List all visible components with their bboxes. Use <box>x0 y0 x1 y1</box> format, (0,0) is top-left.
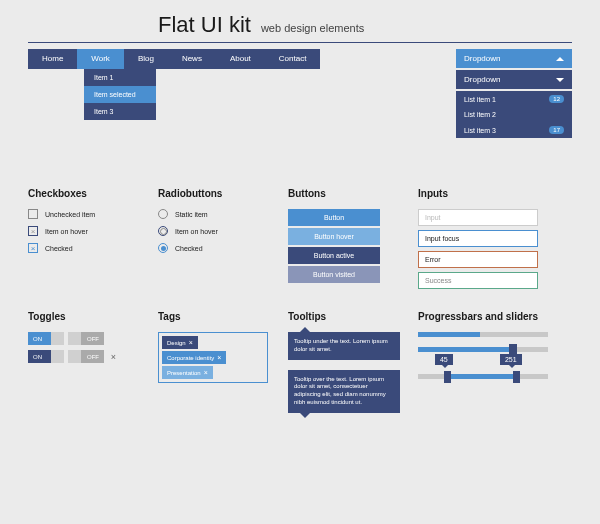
nav-home[interactable]: Home <box>28 49 77 69</box>
tooltip-under: Tooltip under the text. Lorem ipsum dolo… <box>288 332 400 360</box>
range-slider[interactable]: 45 251 <box>418 374 548 379</box>
chevron-down-icon <box>556 78 564 82</box>
list-item-label: List item 3 <box>464 127 496 134</box>
checkbox-label: Checked <box>45 245 73 252</box>
main-nav: Home Work Blog News About Contact <box>28 49 320 69</box>
nav-work[interactable]: Work <box>77 49 124 69</box>
dropdown-label: Dropdown <box>464 75 500 84</box>
page-header: Flat UI kit web design elements <box>158 12 572 38</box>
range-label-min: 45 <box>435 354 453 365</box>
section-title: Inputs <box>418 188 558 199</box>
radio-checked[interactable] <box>158 243 168 253</box>
slider[interactable] <box>418 347 548 352</box>
list-item[interactable]: List item 3 17 <box>456 122 572 138</box>
section-title: Tags <box>158 311 278 322</box>
dropdown-label: Dropdown <box>464 54 500 63</box>
input-default[interactable]: Input <box>418 209 538 226</box>
count-badge: 17 <box>549 126 564 134</box>
radio-static[interactable] <box>158 209 168 219</box>
tag-presentation[interactable]: Presentation× <box>162 366 213 379</box>
chevron-up-icon <box>556 57 564 61</box>
close-icon[interactable]: × <box>204 369 208 376</box>
checkbox-unchecked[interactable] <box>28 209 38 219</box>
toggles-section: Toggles ON OFF ON OFF <box>28 311 148 423</box>
nav-about[interactable]: About <box>216 49 265 69</box>
nav-blog[interactable]: Blog <box>124 49 168 69</box>
range-knob-max[interactable] <box>513 371 520 383</box>
page-title: Flat UI kit <box>158 12 251 38</box>
dropdown-expanded[interactable]: Dropdown <box>456 70 572 89</box>
toggle-off-close[interactable]: OFF <box>68 350 104 363</box>
page-subtitle: web design elements <box>261 22 364 34</box>
input-focus[interactable]: Input focus <box>418 230 538 247</box>
close-icon[interactable]: × <box>217 354 221 361</box>
section-title: Progressbars and sliders <box>418 311 558 322</box>
button-visited[interactable]: Button visited <box>288 266 380 283</box>
radio-label: Checked <box>175 245 203 252</box>
nav-dropdown-item[interactable]: Item 1 <box>84 69 156 86</box>
checkbox-label: Item on hover <box>45 228 88 235</box>
list-item-label: List item 1 <box>464 96 496 103</box>
count-badge: 12 <box>549 95 564 103</box>
inputs-section: Inputs Input Input focus Error Success <box>418 188 558 293</box>
progressbar <box>418 332 548 337</box>
progress-section: Progressbars and sliders 45 251 <box>418 311 558 423</box>
input-success[interactable]: Success <box>418 272 538 289</box>
tags-container: Design× Corporate identity× Presentation… <box>158 332 268 383</box>
tag-corporate[interactable]: Corporate identity× <box>162 351 226 364</box>
checkbox-label: Unchecked item <box>45 211 95 218</box>
checkbox-checked[interactable]: × <box>28 243 38 253</box>
checkbox-hover[interactable]: × <box>28 226 38 236</box>
toggle-off[interactable]: OFF <box>68 332 104 345</box>
radios-section: Radiobuttons Static item Item on hover C… <box>158 188 278 293</box>
section-title: Tooltips <box>288 311 408 322</box>
section-title: Buttons <box>288 188 408 199</box>
buttons-section: Buttons Button Button hover Button activ… <box>288 188 408 293</box>
button-default[interactable]: Button <box>288 209 380 226</box>
nav-news[interactable]: News <box>168 49 216 69</box>
list-item[interactable]: List item 2 <box>456 107 572 122</box>
section-title: Radiobuttons <box>158 188 278 199</box>
nav-dropdown-item-selected[interactable]: Item selected <box>84 86 156 103</box>
section-title: Toggles <box>28 311 148 322</box>
dropdown-collapsed[interactable]: Dropdown <box>456 49 572 68</box>
nav-dropdown: Item 1 Item selected Item 3 <box>84 69 156 120</box>
input-error[interactable]: Error <box>418 251 538 268</box>
section-title: Checkboxes <box>28 188 148 199</box>
radio-label: Static item <box>175 211 208 218</box>
dropdown-list: List item 1 12 List item 2 List item 3 1… <box>456 91 572 138</box>
checkboxes-section: Checkboxes Unchecked item ×Item on hover… <box>28 188 148 293</box>
tag-design[interactable]: Design× <box>162 336 198 349</box>
range-knob-min[interactable] <box>444 371 451 383</box>
tooltips-section: Tooltips Tooltip under the text. Lorem i… <box>288 311 408 423</box>
radio-hover[interactable] <box>158 226 168 236</box>
nav-dropdown-item[interactable]: Item 3 <box>84 103 156 120</box>
toggle-on-alt[interactable]: ON <box>28 350 64 363</box>
tooltip-over: Tooltip over the text. Lorem ipsum dolor… <box>288 370 400 413</box>
divider <box>28 42 572 43</box>
list-item[interactable]: List item 1 12 <box>456 91 572 107</box>
toggle-on[interactable]: ON <box>28 332 64 345</box>
radio-label: Item on hover <box>175 228 218 235</box>
button-hover[interactable]: Button hover <box>288 228 380 245</box>
range-label-max: 251 <box>500 354 522 365</box>
button-active[interactable]: Button active <box>288 247 380 264</box>
nav-contact[interactable]: Contact <box>265 49 321 69</box>
list-item-label: List item 2 <box>464 111 496 118</box>
close-icon[interactable]: × <box>189 339 193 346</box>
tags-section: Tags Design× Corporate identity× Present… <box>158 311 278 423</box>
